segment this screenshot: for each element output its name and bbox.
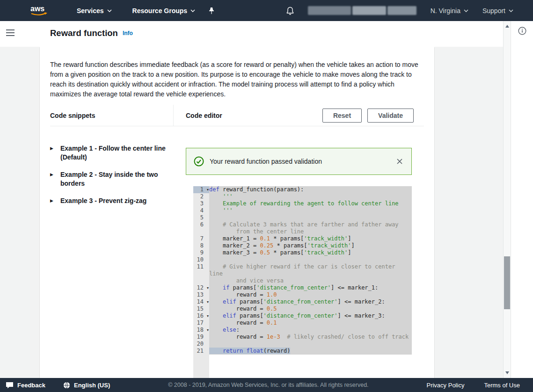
pin-icon[interactable] xyxy=(208,7,215,15)
line-number[interactable]: 19 xyxy=(193,334,209,341)
nav-region-menu[interactable]: N. Virginia xyxy=(431,7,468,15)
code-line[interactable]: 7 marker_1 = 0.1 * params['track_width'] xyxy=(193,235,412,242)
line-number[interactable]: 15 xyxy=(193,305,209,312)
line-number[interactable]: 7 xyxy=(193,235,209,242)
code-editor-header: Code editor xyxy=(186,112,222,119)
code-line[interactable]: 5 xyxy=(193,214,412,221)
language-selector[interactable]: English (US) xyxy=(63,382,110,389)
scrollbar-thumb[interactable] xyxy=(504,256,510,309)
line-number[interactable]: 12▾ xyxy=(193,284,209,291)
fold-triangle-icon[interactable]: ▾ xyxy=(207,327,209,334)
code-editor[interactable]: 1▾def reward_function(params):2 '''3 Exa… xyxy=(193,186,412,378)
help-panel-rail xyxy=(511,21,533,378)
code-line[interactable]: 1▾def reward_function(params): xyxy=(193,186,412,193)
code-text[interactable]: elif params['distance_from_center'] <= m… xyxy=(209,298,412,305)
line-number[interactable]: 11 xyxy=(193,263,209,284)
code-line[interactable]: 17 reward = 0.1 xyxy=(193,319,412,327)
notifications-bell-icon[interactable] xyxy=(286,7,294,15)
code-text[interactable]: else: xyxy=(209,327,412,334)
code-line[interactable]: 20 xyxy=(193,341,412,348)
code-text[interactable]: reward = 1.0 xyxy=(209,291,412,298)
expand-triangle-icon: ▶ xyxy=(50,196,60,205)
code-line[interactable]: 21 return float(reward) xyxy=(193,348,412,355)
code-text[interactable]: return float(reward) xyxy=(209,348,412,355)
code-line[interactable]: 4 ''' xyxy=(193,207,412,214)
code-text[interactable]: reward = 0.1 xyxy=(209,319,412,327)
globe-icon xyxy=(63,382,70,389)
code-text[interactable]: def reward_function(params): xyxy=(209,186,412,193)
feedback-button[interactable]: Feedback xyxy=(6,382,45,389)
line-number[interactable]: 6 xyxy=(193,221,209,235)
code-line[interactable]: 16▾ elif params['distance_from_center'] … xyxy=(193,312,412,319)
validation-message: Your reward function passed validation xyxy=(210,158,322,165)
aws-logo[interactable]: aws xyxy=(29,4,51,17)
vertical-scrollbar[interactable] xyxy=(503,21,511,378)
code-line[interactable]: 8 marker_2 = 0.25 * params['track_width'… xyxy=(193,242,412,249)
hamburger-menu-icon[interactable] xyxy=(6,29,15,36)
example-2-item[interactable]: ▶ Example 2 - Stay inside the two border… xyxy=(50,170,174,188)
line-number[interactable]: 5 xyxy=(193,214,209,221)
line-number[interactable]: 17 xyxy=(193,319,209,327)
scroll-down-arrow-icon[interactable] xyxy=(505,371,509,374)
close-banner-button[interactable] xyxy=(395,157,404,166)
line-number[interactable]: 8 xyxy=(193,242,209,249)
code-text[interactable] xyxy=(209,341,412,348)
code-text[interactable]: ''' xyxy=(209,207,412,214)
fold-triangle-icon[interactable]: ▾ xyxy=(207,284,209,291)
line-number[interactable]: 2 xyxy=(193,193,209,200)
nav-resource-groups-menu[interactable]: Resource Groups xyxy=(132,7,195,15)
example-1-item[interactable]: ▶ Example 1 - Follow the center line (De… xyxy=(50,144,174,162)
code-text[interactable]: reward = 0.5 xyxy=(209,305,412,312)
code-text[interactable]: ''' xyxy=(209,193,412,200)
fold-triangle-icon[interactable]: ▾ xyxy=(207,298,209,305)
line-number[interactable]: 3 xyxy=(193,200,209,207)
code-line[interactable]: 11 # Give higher reward if the car is cl… xyxy=(193,263,412,284)
line-number[interactable]: 4 xyxy=(193,207,209,214)
line-number[interactable]: 20 xyxy=(193,341,209,348)
code-line[interactable]: 18▾ else: xyxy=(193,327,412,334)
terms-of-use-link[interactable]: Terms of Use xyxy=(484,382,520,389)
code-text[interactable]: reward = 1e-3 # likely crashed/ close to… xyxy=(209,334,412,341)
info-panel-icon[interactable] xyxy=(518,27,526,35)
code-text[interactable]: marker_2 = 0.25 * params['track_width'] xyxy=(209,242,412,249)
nav-services-menu[interactable]: Services xyxy=(77,7,112,15)
line-number[interactable]: 18▾ xyxy=(193,327,209,334)
code-text[interactable]: Example of rewarding the agent to follow… xyxy=(209,200,412,207)
code-line[interactable]: 6 # Calculate 3 marks that are farther a… xyxy=(193,221,412,235)
code-text[interactable]: marker_1 = 0.1 * params['track_width'] xyxy=(209,235,412,242)
code-text[interactable] xyxy=(209,214,412,221)
code-line[interactable]: 2 ''' xyxy=(193,193,412,200)
code-line[interactable]: 15 reward = 0.5 xyxy=(193,305,412,312)
line-number[interactable]: 9 xyxy=(193,249,209,256)
code-line[interactable]: 3 Example of rewarding the agent to foll… xyxy=(193,200,412,207)
nav-region-label: N. Virginia xyxy=(431,7,460,15)
code-line[interactable]: 12▾ if params['distance_from_center'] <=… xyxy=(193,284,412,291)
line-number[interactable]: 1▾ xyxy=(193,186,209,193)
code-line[interactable]: 13 reward = 1.0 xyxy=(193,291,412,298)
line-number[interactable]: 10 xyxy=(193,256,209,263)
scroll-up-arrow-icon[interactable] xyxy=(505,25,509,28)
code-text[interactable]: # Calculate 3 marks that are farther and… xyxy=(209,221,412,235)
line-number[interactable]: 16▾ xyxy=(193,312,209,319)
info-link[interactable]: Info xyxy=(123,30,133,36)
line-number[interactable]: 14▾ xyxy=(193,298,209,305)
code-text[interactable]: elif params['distance_from_center'] <= m… xyxy=(209,312,412,319)
line-number[interactable]: 13 xyxy=(193,291,209,298)
example-label: Example 3 - Prevent zig-zag xyxy=(60,196,167,205)
code-line[interactable]: 14▾ elif params['distance_from_center'] … xyxy=(193,298,412,305)
fold-triangle-icon[interactable]: ▾ xyxy=(207,186,209,193)
nav-support-menu[interactable]: Support xyxy=(482,7,513,15)
code-line[interactable]: 9 marker_3 = 0.5 * params['track_width'] xyxy=(193,249,412,256)
example-3-item[interactable]: ▶ Example 3 - Prevent zig-zag xyxy=(50,196,174,205)
code-text[interactable] xyxy=(209,256,412,263)
code-line[interactable]: 19 reward = 1e-3 # likely crashed/ close… xyxy=(193,334,412,341)
reset-button[interactable]: Reset xyxy=(322,109,362,123)
privacy-policy-link[interactable]: Privacy Policy xyxy=(426,382,464,389)
code-text[interactable]: if params['distance_from_center'] <= mar… xyxy=(209,284,412,291)
code-text[interactable]: marker_3 = 0.5 * params['track_width'] xyxy=(209,249,412,256)
line-number[interactable]: 21 xyxy=(193,348,209,355)
validate-button[interactable]: Validate xyxy=(367,109,414,123)
code-text[interactable]: # Give higher reward if the car is close… xyxy=(209,263,412,284)
fold-triangle-icon[interactable]: ▾ xyxy=(207,312,209,319)
code-line[interactable]: 10 xyxy=(193,256,412,263)
